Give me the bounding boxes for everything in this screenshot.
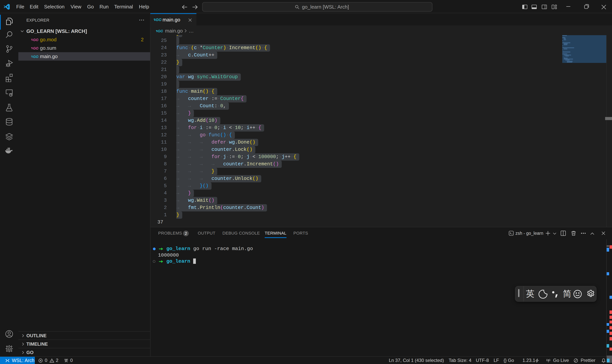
svg-text:GO: GO: [156, 18, 161, 22]
svg-text:GO: GO: [33, 55, 39, 59]
svg-text:GO: GO: [33, 46, 39, 50]
svg-text:GO: GO: [33, 38, 39, 42]
svg-text:GO: GO: [158, 29, 163, 33]
